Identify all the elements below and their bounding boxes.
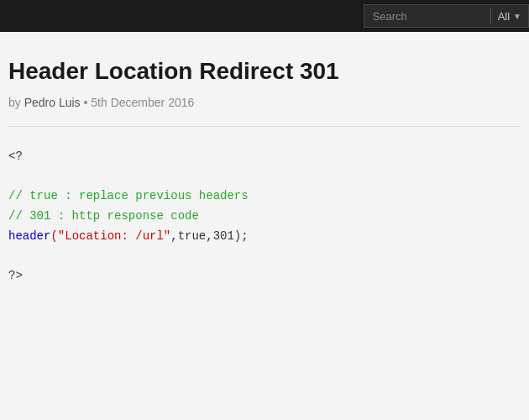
search-input[interactable] bbox=[364, 5, 490, 27]
chevron-down-icon: ▼ bbox=[513, 12, 521, 21]
code-values: ,true,301); bbox=[170, 229, 248, 243]
code-block: <? // true : replace previous headers //… bbox=[8, 144, 521, 291]
code-keyword-header: header bbox=[8, 229, 50, 243]
author-prefix: by bbox=[8, 96, 21, 109]
post-date: 5th December 2016 bbox=[91, 96, 194, 109]
code-line-blank-1 bbox=[8, 166, 521, 186]
date-separator: • bbox=[84, 96, 88, 109]
code-line-4: header("Location: /url",true,301); bbox=[8, 227, 521, 247]
code-line-1: <? bbox=[8, 147, 521, 167]
main-content: Header Location Redirect 301 by Pedro Lu… bbox=[0, 32, 529, 420]
filter-label: All bbox=[498, 10, 510, 23]
top-navbar: All ▼ bbox=[0, 0, 529, 32]
code-line-3: // 301 : http response code bbox=[8, 207, 521, 227]
search-container: All ▼ bbox=[364, 4, 529, 28]
code-line-blank-2 bbox=[8, 247, 521, 267]
post-meta: by Pedro Luis • 5th December 2016 bbox=[8, 96, 521, 109]
search-filter-dropdown[interactable]: All ▼ bbox=[491, 10, 528, 23]
code-line-2: // true : replace previous headers bbox=[8, 186, 521, 207]
post-author: Pedro Luis bbox=[24, 96, 81, 109]
code-string-location: ("Location: /url" bbox=[50, 229, 170, 243]
page-title: Header Location Redirect 301 bbox=[8, 57, 521, 86]
content-divider bbox=[8, 126, 521, 127]
code-line-5: ?> bbox=[8, 266, 521, 286]
